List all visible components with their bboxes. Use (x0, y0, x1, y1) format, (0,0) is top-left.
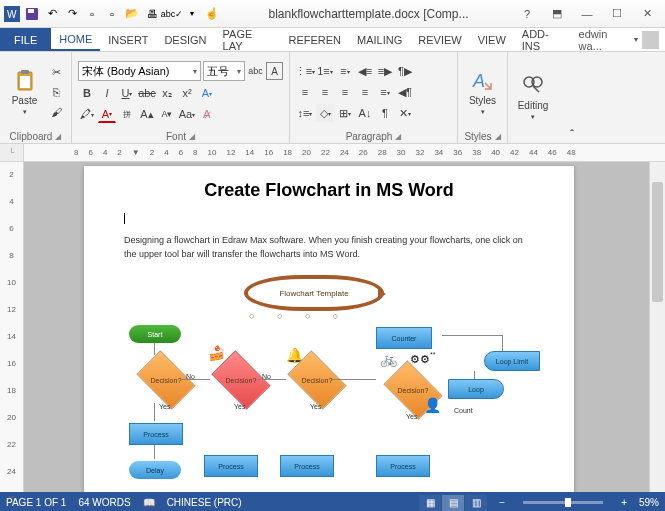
tab-references[interactable]: REFEREN (280, 28, 349, 51)
document-canvas[interactable]: Create Flowchart in MS Word Designing a … (24, 162, 665, 492)
minimize-button[interactable]: ― (573, 4, 601, 24)
format-painter-button[interactable]: 🖌 (47, 103, 65, 121)
proofing-icon[interactable]: 📖 (143, 497, 155, 508)
shading-button[interactable]: ◇▾ (316, 104, 334, 122)
rtl-button[interactable]: ◀¶ (396, 83, 414, 101)
copy-button[interactable]: ⎘ (47, 83, 65, 101)
spellcheck-icon[interactable]: abc✓ (164, 6, 180, 22)
align-left-button[interactable]: ≡ (296, 83, 314, 101)
close-button[interactable]: ✕ (633, 4, 661, 24)
snap-button[interactable]: ✕▾ (396, 104, 414, 122)
bullets-button[interactable]: ⋮≡▾ (296, 62, 314, 80)
underline-button[interactable]: U▾ (118, 84, 136, 102)
styles-button[interactable]: A Styles ▾ (464, 54, 501, 130)
svg-rect-6 (20, 76, 30, 88)
vertical-scrollbar[interactable] (649, 162, 665, 492)
numbering-button[interactable]: 1≡▾ (316, 62, 334, 80)
tab-home[interactable]: HOME (51, 28, 100, 51)
justify-button[interactable]: ≡ (356, 83, 374, 101)
grow-font-button[interactable]: abc (247, 62, 264, 80)
ribbon: Paste ▾ ✂ ⎘ 🖌 Clipboard◢ 宋体 (Body Asian)… (0, 52, 665, 144)
ruler-horizontal[interactable]: 8642 ▼ 246810121416182022242628303234363… (24, 144, 665, 161)
tab-page-layout[interactable]: PAGE LAY (215, 28, 281, 51)
text-effects-button[interactable]: A▾ (198, 84, 216, 102)
tab-design[interactable]: DESIGN (156, 28, 214, 51)
clear-format-button[interactable]: A̷ (198, 105, 216, 123)
dialog-launcher-icon[interactable]: ◢ (395, 132, 401, 141)
zoom-out-button[interactable]: − (499, 497, 505, 508)
user-account[interactable]: edwin wa... ▾ (573, 28, 665, 51)
paste-button[interactable]: Paste ▾ (6, 54, 43, 130)
increase-indent-button[interactable]: ≡▶ (376, 62, 394, 80)
highlight-button[interactable]: 🖍▾ (78, 105, 96, 123)
subscript-button[interactable]: x₂ (158, 84, 176, 102)
tab-insert[interactable]: INSERT (100, 28, 156, 51)
distribute-button[interactable]: ≡▾ (376, 83, 394, 101)
open-icon[interactable]: 📂 (124, 6, 140, 22)
editing-button[interactable]: Editing ▾ (514, 54, 552, 141)
superscript-button[interactable]: x² (178, 84, 196, 102)
bold-button[interactable]: B (78, 84, 96, 102)
start-shape: Start (129, 325, 181, 343)
cut-button[interactable]: ✂ (47, 63, 65, 81)
print-preview-icon[interactable]: 🖶 (144, 6, 160, 22)
qat-icon[interactable]: ▫ (84, 6, 100, 22)
read-mode-button[interactable]: ▦ (419, 495, 441, 511)
tab-review[interactable]: REVIEW (410, 28, 469, 51)
zoom-in-button[interactable]: + (621, 497, 627, 508)
print-layout-button[interactable]: ▤ (442, 495, 464, 511)
word-count[interactable]: 64 WORDS (78, 497, 130, 508)
web-layout-button[interactable]: ▥ (465, 495, 487, 511)
group-editing: Editing ▾ (508, 52, 562, 143)
borders-button[interactable]: ⊞▾ (336, 104, 354, 122)
dialog-launcher-icon[interactable]: ◢ (55, 132, 61, 141)
help-icon[interactable]: ? (513, 4, 541, 24)
zoom-slider[interactable] (523, 501, 603, 504)
tab-mailings[interactable]: MAILING (349, 28, 410, 51)
font-family-select[interactable]: 宋体 (Body Asian)▾ (78, 61, 201, 81)
undo-icon[interactable]: ↶ (44, 6, 60, 22)
save-icon[interactable] (24, 6, 40, 22)
dialog-launcher-icon[interactable]: ◢ (495, 132, 501, 141)
tab-addins[interactable]: ADD-INS (514, 28, 573, 51)
decision-shape: Decision? (136, 350, 195, 409)
tab-view[interactable]: VIEW (470, 28, 514, 51)
char-border-button[interactable]: A (266, 62, 283, 80)
increase-font-button[interactable]: A▴ (138, 105, 156, 123)
font-color-button[interactable]: A▾ (98, 105, 116, 123)
font-size-select[interactable]: 五号▾ (203, 61, 245, 81)
svg-text:A: A (472, 71, 485, 91)
show-marks-button[interactable]: ¶ (376, 104, 394, 122)
align-right-button[interactable]: ≡ (336, 83, 354, 101)
process-shape: Process (129, 423, 183, 445)
phonetic-button[interactable]: 拼 (118, 105, 136, 123)
strikethrough-button[interactable]: abc (138, 84, 156, 102)
change-case-button[interactable]: Aa▾ (178, 105, 196, 123)
maximize-button[interactable]: ☐ (603, 4, 631, 24)
line-spacing-button[interactable]: ↕≡▾ (296, 104, 314, 122)
dialog-launcher-icon[interactable]: ◢ (189, 132, 195, 141)
multilevel-button[interactable]: ≡▾ (336, 62, 354, 80)
bike-icon: 🚲 (380, 351, 397, 367)
scrollbar-thumb[interactable] (652, 182, 663, 302)
touch-mode-icon[interactable]: ☝ (204, 6, 220, 22)
qat-icon[interactable]: ▫ (104, 6, 120, 22)
ruler-vertical[interactable]: 2468101214161820222426 (0, 162, 24, 492)
zoom-level[interactable]: 59% (639, 497, 659, 508)
delay-shape: Delay (129, 461, 181, 479)
ribbon-options-icon[interactable]: ⬒ (543, 4, 571, 24)
ltr-button[interactable]: ¶▶ (396, 62, 414, 80)
sort-button[interactable]: A↓ (356, 104, 374, 122)
window-controls: ? ⬒ ― ☐ ✕ (513, 4, 665, 24)
collapse-ribbon-button[interactable]: ˆ (562, 52, 582, 143)
page-indicator[interactable]: PAGE 1 OF 1 (6, 497, 66, 508)
language-indicator[interactable]: CHINESE (PRC) (167, 497, 242, 508)
redo-icon[interactable]: ↷ (64, 6, 80, 22)
tab-file[interactable]: FILE (0, 28, 51, 51)
page[interactable]: Create Flowchart in MS Word Designing a … (84, 166, 574, 492)
qat-more-icon[interactable]: ▾ (184, 6, 200, 22)
align-center-button[interactable]: ≡ (316, 83, 334, 101)
decrease-font-button[interactable]: A▾ (158, 105, 176, 123)
italic-button[interactable]: I (98, 84, 116, 102)
decrease-indent-button[interactable]: ◀≡ (356, 62, 374, 80)
